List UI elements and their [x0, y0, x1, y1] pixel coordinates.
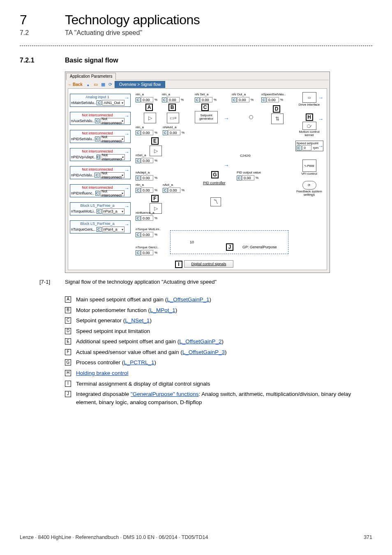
marker-c: C — [201, 104, 209, 111]
legend-link[interactable]: L_NSet_1 — [125, 317, 150, 324]
legend-marker: C — [65, 317, 71, 324]
gp-label: GP: GeneralPurpose — [242, 245, 277, 249]
sum-node — [249, 115, 253, 119]
port-dropdown[interactable]: Not interconnect — [100, 190, 125, 196]
port-dropdown[interactable]: Not interconnect — [101, 154, 125, 160]
marker-h: H — [306, 113, 313, 121]
value-ninfluence: nInfluence_aC0.00% — [136, 215, 157, 221]
port-dropdown[interactable]: Not interconnect — [100, 118, 125, 124]
input-port[interactable]: Block LS_ParFree_a→nTorqueGenL..CnPar4_a — [70, 220, 131, 234]
arrow-right-icon: → — [125, 204, 129, 209]
legend-link[interactable]: L_OffsetGainP_3 — [182, 349, 225, 355]
input-port[interactable]: Not interconnected→nPIDInfluenc..CNot in… — [70, 184, 131, 197]
drive-interface-module[interactable]: →▭Drive interface — [294, 92, 324, 111]
refresh-icon[interactable]: ⟳ — [107, 81, 114, 88]
legend-item: EAdditional speed setpoint offset and ga… — [65, 338, 372, 346]
legend-text: Main speed setpoint offset and gain (L_O… — [76, 296, 372, 304]
port-param: nTorqueGenL.. — [71, 227, 96, 231]
legend-list: AMain speed setpoint offset and gain (L_… — [20, 296, 372, 406]
marker-e: E — [151, 137, 159, 145]
legend-marker: J — [65, 391, 71, 397]
gain-block-e[interactable]: ▷ — [150, 146, 162, 156]
legend-item: JIntegrated disposable "GeneralPurpose" … — [65, 390, 372, 406]
c-badge: C — [97, 227, 101, 232]
toolbar: ← Back ⬥ ▭ ▦ ⟳ Overview > Signal flow — [66, 80, 329, 88]
c-badge: C — [97, 209, 101, 214]
mid-area: nIn_aC0.00%nIn_aC0.00%nN Set_aC0.00%nN O… — [133, 90, 293, 268]
port-dropdown[interactable]: nPar4_a — [102, 227, 125, 232]
port-param: nTorqueMotLi.. — [71, 209, 96, 213]
port-dropdown[interactable]: Not interconnect — [100, 172, 125, 178]
mpot-block[interactable]: ▭⊛ — [167, 113, 179, 123]
breadcrumb[interactable]: Overview > Signal flow — [115, 81, 165, 88]
port-dropdown[interactable]: nPar3_a — [102, 208, 125, 214]
speed-setpoint-module[interactable]: → Speed setpoint C0rpm — [294, 141, 324, 157]
marker-d: D — [273, 105, 280, 113]
legend-text: Integrated disposable "GeneralPurpose" f… — [76, 390, 372, 406]
marker-j: J — [226, 243, 233, 251]
setpoint-generator-box[interactable]: Setpoint generator — [195, 111, 218, 123]
value-tag: nN Out_aC0.00% — [232, 97, 254, 102]
mck-module[interactable]: → H ◯⁄Motion control kernel — [294, 113, 324, 138]
legend-text: Holding brake control — [76, 369, 372, 377]
subsection-title: Basic signal flow — [65, 57, 118, 64]
port-dropdown[interactable]: Not interconnect — [100, 136, 125, 142]
limit-block[interactable]: ⇅ — [271, 113, 284, 124]
section-number: 7.2 — [20, 29, 65, 37]
input-port[interactable]: Not interconnected→nPIDSetValu..CNot int… — [70, 130, 131, 143]
value-tag: nN Set_aC0.00% — [195, 97, 217, 102]
pid-controller-link[interactable]: PID controller — [203, 181, 226, 185]
flow-arrow-icon: → — [224, 115, 229, 122]
legend-item: FActual speed/sensor value offset and ga… — [65, 348, 372, 356]
arrow-right-icon: → — [125, 113, 129, 119]
legend-marker: A — [65, 296, 71, 303]
section-title: TA "Actuating drive speed" — [65, 29, 142, 37]
legend-link[interactable]: "GeneralPurpose" functions — [131, 391, 199, 397]
vfi-control-module[interactable]: ∿PWMVFI control — [294, 160, 324, 178]
subsection-number: 7.2.1 — [20, 57, 65, 64]
grid-icon[interactable]: ▦ — [100, 81, 106, 88]
scope-block[interactable]: 〽 — [210, 197, 221, 206]
legend-item: HHolding brake control — [65, 369, 372, 377]
legend-text: Additional speed setpoint offset and gai… — [76, 338, 372, 346]
legend-item: ITerminal assignment & display of digita… — [65, 380, 372, 388]
marker-b: B — [168, 104, 176, 111]
layout-icon[interactable]: ▭ — [92, 81, 99, 88]
input-port[interactable]: Not interconnected→nPIDActValu..CNot int… — [70, 166, 131, 179]
legend-marker: F — [65, 349, 71, 355]
input-port[interactable]: Not interconnected→nPIDVpAdapt..CNot int… — [70, 148, 131, 161]
legend-link[interactable]: Holding brake control — [76, 370, 129, 376]
legend-item: CSetpoint generator (L_NSet_1) — [65, 317, 372, 325]
right-modules-column: →▭Drive interface → H ◯⁄Motion control k… — [294, 92, 325, 199]
legend-link[interactable]: L_MPot_1 — [150, 307, 175, 313]
legend-link[interactable]: L_OffsetGainP_1 — [167, 296, 209, 303]
nav-icon[interactable]: ⬥ — [85, 81, 92, 88]
port-param: nPIDInfluenc.. — [71, 191, 95, 195]
signal-canvas[interactable]: Analog input 1→nMainSetValu..CAIN1_OutNo… — [68, 88, 327, 270]
figure-number: [7-1] — [39, 279, 58, 285]
digital-signals-button[interactable]: Digital control signals — [184, 260, 233, 268]
port-dropdown[interactable]: AIN1_Out — [102, 100, 125, 106]
marker-f: F — [151, 195, 159, 202]
value-nnadd: nNAdd_aC0.00% — [163, 130, 184, 135]
legend-text: Actual speed/sensor value offset and gai… — [76, 348, 372, 356]
value-tag: nIn_aC0.00% — [162, 97, 184, 102]
c242-label: C242/0 — [240, 154, 251, 157]
arrow-right-icon: → — [125, 222, 129, 227]
input-port[interactable]: Not interconnected→nAuxSetValu..CNot int… — [70, 112, 131, 125]
tab-app-parameters[interactable]: Application Parameters — [66, 73, 116, 80]
legend-link[interactable]: L_OffsetGainP_2 — [179, 338, 221, 345]
c-badge: C — [95, 118, 99, 123]
port-param: nAuxSetValu.. — [71, 119, 94, 123]
gain-block-a[interactable]: ▷ — [144, 113, 156, 123]
footer-left: Lenze · 8400 HighLine · Referenzhandbuch… — [20, 534, 208, 540]
arrow-right-icon: → — [125, 185, 129, 191]
c-badge: C — [97, 100, 101, 105]
back-button[interactable]: ← Back — [66, 82, 84, 87]
input-port[interactable]: Block LS_ParFree_a→nTorqueMotLi..CnPar3_… — [70, 202, 131, 215]
c-badge: C — [95, 191, 99, 196]
input-port[interactable]: Analog input 1→nMainSetValu..CAIN1_Out — [70, 94, 131, 107]
divider — [20, 46, 372, 46]
legend-link[interactable]: L_PCTRL_1 — [124, 359, 154, 365]
feedback-module[interactable]: ⟳Feedback system settings — [294, 181, 324, 197]
